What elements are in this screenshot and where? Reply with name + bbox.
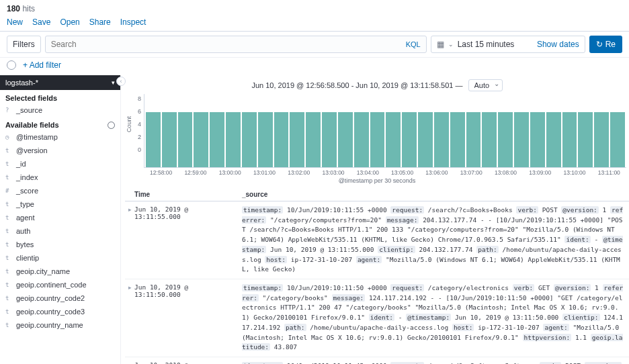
expand-icon[interactable]: ▸ xyxy=(125,361,134,364)
field-geoip-country-code3[interactable]: tgeoip.country_code3 xyxy=(0,305,120,318)
filter-row: + Add filter xyxy=(0,58,629,75)
col-time[interactable]: Time xyxy=(134,191,242,198)
field-type-icon: t xyxy=(5,268,12,275)
field-type-icon: ? xyxy=(5,107,12,113)
histogram-bar[interactable] xyxy=(258,112,273,167)
row-source: timestamp: 10/Jun/2019:10:11:50 +0000 re… xyxy=(242,283,629,353)
expand-icon[interactable]: ▸ xyxy=(125,206,134,275)
top-menu: New Save Open Share Inspect xyxy=(0,15,629,32)
field-type-icon: t xyxy=(5,214,12,221)
row-source: timestamp: 10/Jun/2019:10:11:55 +0000 re… xyxy=(242,206,629,275)
menu-open[interactable]: Open xyxy=(60,17,79,27)
menu-share[interactable]: Share xyxy=(89,17,111,27)
refresh-button[interactable]: ↻Re xyxy=(589,36,622,53)
fields-sidebar: ‹ logstash-* ▾ Selected fields ?_source … xyxy=(0,75,121,364)
field-type-icon: t xyxy=(5,322,12,328)
x-axis: 12:58:0012:59:0013:00:0013:01:0013:02:00… xyxy=(125,168,629,176)
histogram-bar[interactable] xyxy=(418,112,433,167)
field-type-icon: t xyxy=(5,201,12,208)
filters-label[interactable]: Filters xyxy=(7,36,41,53)
histogram-bar[interactable] xyxy=(562,112,577,167)
histogram-bar[interactable] xyxy=(226,112,241,167)
row-source: timestamp: 10/Jun/2019:10:11:45 +0000 re… xyxy=(242,361,629,364)
histogram-bar[interactable] xyxy=(530,112,545,167)
field-type-icon: t xyxy=(5,228,12,234)
table-row[interactable]: ▸Jun 10, 2019 @ 13:11:50.000timestamp: 1… xyxy=(125,279,629,357)
show-dates-link[interactable]: Show dates xyxy=(537,40,579,49)
date-range-label: Last 15 minutes xyxy=(458,40,515,49)
histogram-chart[interactable]: Count 86420 xyxy=(125,94,629,168)
query-bar: KQL xyxy=(45,36,427,53)
row-time: Jun 10, 2019 @ 13:11:45.000 xyxy=(134,361,242,364)
histogram-bar[interactable] xyxy=(354,112,369,167)
table-header: Time _source xyxy=(125,188,629,201)
histogram-bar[interactable] xyxy=(466,112,481,167)
histogram-bar[interactable] xyxy=(290,112,304,167)
histogram-bar[interactable] xyxy=(322,112,337,167)
field-type-icon: # xyxy=(5,187,12,194)
histogram-bar[interactable] xyxy=(578,112,593,167)
collapse-sidebar-icon[interactable]: ‹ xyxy=(116,77,126,86)
menu-new[interactable]: New xyxy=(7,17,23,27)
table-row[interactable]: ▸Jun 10, 2019 @ 13:11:55.000timestamp: 1… xyxy=(125,201,629,279)
field-clientip[interactable]: tclientip xyxy=(0,251,120,265)
field-settings-icon[interactable] xyxy=(108,122,115,129)
col-source[interactable]: _source xyxy=(242,191,629,198)
menu-save[interactable]: Save xyxy=(32,17,50,27)
field-geoip-city-name[interactable]: tgeoip.city_name xyxy=(0,265,120,278)
histogram-bar[interactable] xyxy=(210,112,224,167)
add-filter-link[interactable]: + Add filter xyxy=(23,60,61,70)
histogram-bar[interactable] xyxy=(514,112,529,167)
histogram-bar[interactable] xyxy=(402,112,417,167)
chevron-down-icon: ▾ xyxy=(112,79,115,86)
field-auth[interactable]: tauth xyxy=(0,224,120,238)
histogram-bar[interactable] xyxy=(178,112,193,167)
filter-options-icon[interactable] xyxy=(7,60,16,70)
field-type-icon: t xyxy=(5,147,12,154)
field-type-icon: t xyxy=(5,281,12,288)
doc-table: Time _source ▸Jun 10, 2019 @ 13:11:55.00… xyxy=(125,188,629,364)
histogram-bar[interactable] xyxy=(194,112,208,167)
histogram-bar[interactable] xyxy=(146,112,161,167)
menu-inspect[interactable]: Inspect xyxy=(120,17,146,27)
interval-select[interactable]: Auto xyxy=(468,79,503,91)
field-_source[interactable]: ?_source xyxy=(0,103,120,117)
field--timestamp[interactable]: ◷@timestamp xyxy=(0,130,120,144)
field--index[interactable]: t_index xyxy=(0,171,120,184)
field-geoip-country-code2[interactable]: tgeoip.country_code2 xyxy=(0,291,120,305)
index-pattern-selector[interactable]: logstash-* ▾ xyxy=(0,75,120,90)
histogram-bar[interactable] xyxy=(482,112,497,167)
histogram-bar[interactable] xyxy=(434,112,449,167)
date-picker[interactable]: ▦ ⌄ Last 15 minutes Show dates xyxy=(431,36,585,53)
search-input[interactable] xyxy=(46,36,401,52)
field--type[interactable]: t_type xyxy=(0,197,120,211)
field-type-icon: ◷ xyxy=(5,134,12,140)
field-type-icon: t xyxy=(5,255,12,261)
table-row[interactable]: ▸Jun 10, 2019 @ 13:11:45.000timestamp: 1… xyxy=(125,357,629,364)
histogram-bar[interactable] xyxy=(498,112,513,167)
histogram-bar[interactable] xyxy=(450,112,465,167)
histogram-bar[interactable] xyxy=(274,112,289,167)
calendar-icon: ▦ xyxy=(437,40,444,49)
field-bytes[interactable]: tbytes xyxy=(0,238,120,251)
field--id[interactable]: t_id xyxy=(0,157,120,171)
field-geoip-country-name[interactable]: tgeoip.country_name xyxy=(0,318,120,332)
field-geoip-continent-code[interactable]: tgeoip.continent_code xyxy=(0,278,120,291)
field-agent[interactable]: tagent xyxy=(0,211,120,224)
hits-label: hits xyxy=(22,4,35,13)
hits-summary: 180 hits xyxy=(0,0,629,15)
kql-toggle[interactable]: KQL xyxy=(401,40,426,48)
histogram-bar[interactable] xyxy=(610,112,625,167)
histogram-bar[interactable] xyxy=(306,112,321,167)
expand-icon[interactable]: ▸ xyxy=(125,283,134,353)
histogram-bar[interactable] xyxy=(594,112,609,167)
histogram-bar[interactable] xyxy=(162,112,177,167)
field--version[interactable]: t@version xyxy=(0,144,120,157)
field--score[interactable]: #_score xyxy=(0,184,120,197)
x-axis-label: @timestamp per 30 seconds xyxy=(125,176,629,188)
histogram-bar[interactable] xyxy=(370,112,385,167)
histogram-bar[interactable] xyxy=(338,112,353,167)
histogram-bar[interactable] xyxy=(242,112,257,167)
histogram-bar[interactable] xyxy=(386,112,401,167)
histogram-bar[interactable] xyxy=(546,112,561,167)
